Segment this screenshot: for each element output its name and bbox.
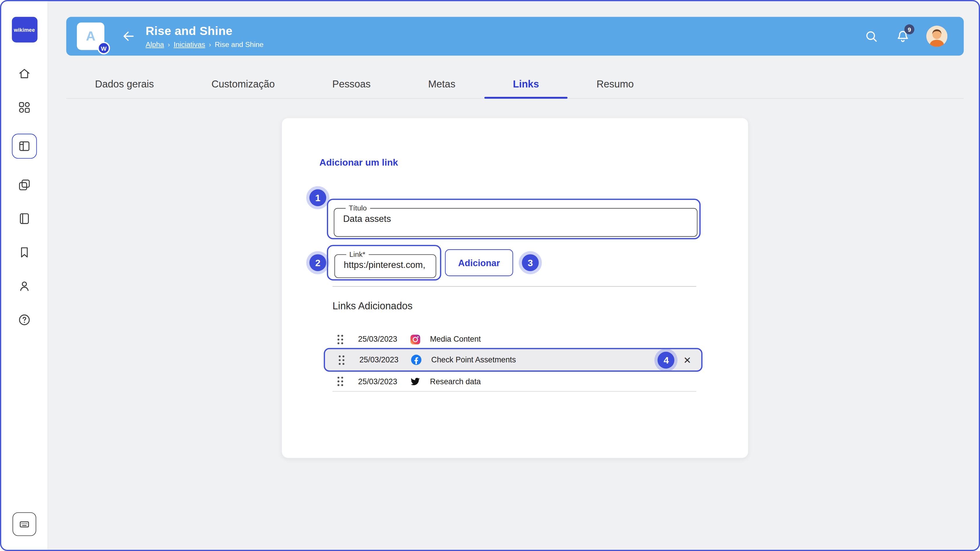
link-input[interactable] <box>342 258 428 270</box>
breadcrumb-current: Rise and Shine <box>215 41 263 48</box>
bookmark-icon <box>18 246 31 259</box>
breadcrumb-iniciativas[interactable]: Iniciativas <box>173 41 205 48</box>
sidebar-item-boards[interactable] <box>12 134 37 159</box>
arrow-left-icon <box>121 29 136 44</box>
annotation-step-1: 1 <box>309 189 326 206</box>
link-field: Link* <box>334 251 436 278</box>
sidebar-item-cards[interactable] <box>17 178 32 192</box>
wikimee-logo[interactable]: wikimee <box>12 17 37 43</box>
search-button[interactable] <box>864 29 878 44</box>
workspace-tile[interactable]: A W <box>77 22 104 50</box>
row-actions: 4 ✕ <box>658 351 691 368</box>
sidebar-item-shortcuts[interactable] <box>13 512 36 536</box>
link-field-annotation-outline: Link* <box>327 245 441 281</box>
link-date: 25/03/2023 <box>358 335 401 344</box>
app-frame: wikimee <box>0 0 980 551</box>
sidebar-item-home[interactable] <box>17 66 32 81</box>
sidebar: wikimee <box>1 1 48 549</box>
search-icon <box>864 29 878 43</box>
section-divider <box>332 286 696 287</box>
notification-count-badge: 9 <box>904 24 915 34</box>
tab-metas[interactable]: Metas <box>399 70 484 98</box>
tab-pessoas[interactable]: Pessoas <box>304 70 399 98</box>
title-field-annotation-outline: Título <box>327 198 701 239</box>
sidebar-item-help[interactable] <box>17 312 32 327</box>
breadcrumb-alpha[interactable]: Alpha <box>146 41 164 48</box>
links-card: Adicionar um link 1 Título 2 Link* Adici… <box>282 118 748 458</box>
tab-links[interactable]: Links <box>484 70 568 98</box>
sidebar-item-notebook[interactable] <box>17 211 32 226</box>
main-area: A W Rise and Shine Alpha › Iniciativas › <box>48 1 979 549</box>
link-date: 25/03/2023 <box>360 356 402 364</box>
tab-customizacao[interactable]: Customização <box>183 70 303 98</box>
link-row-check-point-highlighted[interactable]: 25/03/2023 Check Point Assetments 4 ✕ <box>324 348 703 372</box>
instagram-icon <box>409 333 421 345</box>
breadcrumb-separator: › <box>168 41 170 48</box>
link-field-label: Link* <box>346 251 368 258</box>
facebook-icon <box>410 354 422 365</box>
keyboard-icon <box>18 518 30 530</box>
user-avatar[interactable] <box>926 25 948 47</box>
sidebar-item-bookmarks[interactable] <box>17 245 32 260</box>
add-link-label[interactable]: Adicionar um link <box>320 157 398 167</box>
boards-icon <box>18 139 31 153</box>
cards-icon <box>18 178 31 192</box>
title-block: Rise and Shine Alpha › Iniciativas › Ris… <box>146 24 263 48</box>
title-field: Título <box>334 204 697 237</box>
tab-bar: Dados gerais Customização Pessoas Metas … <box>66 70 964 99</box>
annotation-step-4: 4 <box>658 351 675 368</box>
link-row-media-content[interactable]: 25/03/2023 <box>332 329 696 349</box>
categories-icon <box>18 100 31 114</box>
twitter-icon <box>409 376 421 387</box>
drag-handle-icon[interactable] <box>337 377 343 386</box>
avatar-image <box>926 25 948 47</box>
drag-handle-icon[interactable] <box>339 355 344 364</box>
home-icon <box>18 67 31 81</box>
annotation-step-2: 2 <box>309 254 326 271</box>
notebook-icon <box>18 212 31 225</box>
sidebar-item-categories[interactable] <box>17 100 32 115</box>
workspace-initial: A <box>86 29 95 44</box>
links-added-heading: Links Adicionados <box>332 300 412 312</box>
title-field-label: Título <box>346 204 370 212</box>
person-icon <box>18 279 31 293</box>
remove-link-button[interactable]: ✕ <box>683 355 691 364</box>
add-link-button[interactable]: Adicionar <box>445 249 513 276</box>
stage: wikimee <box>0 0 980 551</box>
link-date: 25/03/2023 <box>358 377 401 386</box>
workspace-badge: W <box>97 42 110 54</box>
link-row-research-data[interactable]: 25/03/2023 Research data <box>332 372 696 392</box>
title-input[interactable] <box>342 212 689 224</box>
link-label: Media Content <box>430 335 480 344</box>
annotation-step-3: 3 <box>522 254 539 271</box>
breadcrumb: Alpha › Iniciativas › Rise and Shine <box>146 41 263 48</box>
tab-dados-gerais[interactable]: Dados gerais <box>66 70 183 98</box>
link-label: Research data <box>430 377 480 386</box>
page-header: A W Rise and Shine Alpha › Iniciativas › <box>66 17 964 56</box>
help-icon <box>18 313 31 327</box>
tab-resumo[interactable]: Resumo <box>568 70 663 98</box>
breadcrumb-separator: › <box>209 41 211 48</box>
link-label: Check Point Assetments <box>431 356 516 364</box>
page-title: Rise and Shine <box>146 24 263 38</box>
notifications-button[interactable]: 9 <box>895 29 910 44</box>
sidebar-item-people[interactable] <box>17 279 32 294</box>
header-actions: 9 <box>864 25 947 47</box>
wikimee-logo-text: wikimee <box>14 27 35 33</box>
drag-handle-icon[interactable] <box>337 335 343 344</box>
sidebar-icons <box>12 66 37 327</box>
back-button[interactable] <box>121 28 137 44</box>
